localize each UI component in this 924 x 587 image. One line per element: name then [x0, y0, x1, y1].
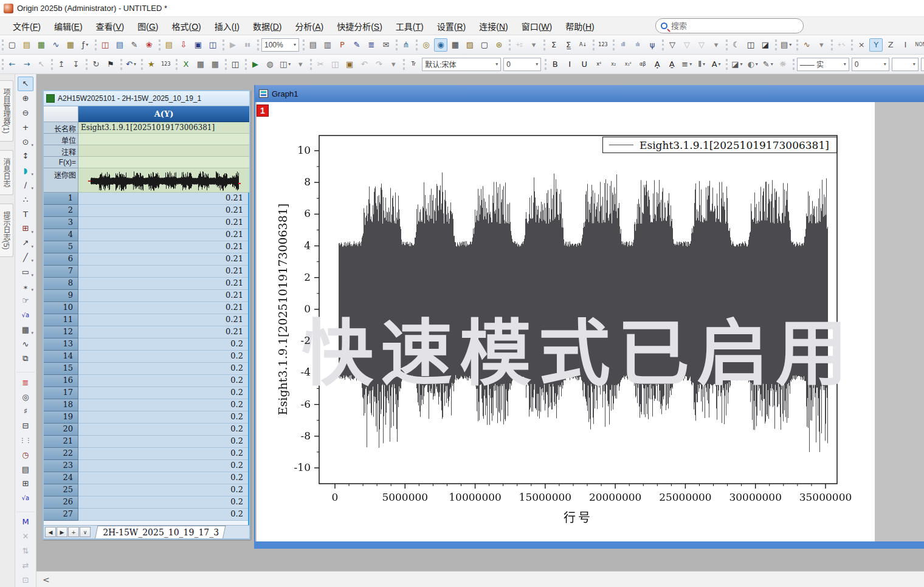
swatch-value-select[interactable]: 0▾ [921, 58, 924, 71]
menu-t[interactable]: 工具(T) [389, 18, 430, 35]
print-preview-button[interactable]: ▥ [321, 38, 334, 52]
legend[interactable]: Esight3.1.9.1[20251019173006381] [602, 137, 837, 153]
font-decrease-button[interactable]: A̱ [665, 58, 678, 71]
none-mode-button[interactable]: NONE [913, 38, 924, 52]
import-wizard-button[interactable]: ⇩ [177, 38, 190, 52]
database-import-button[interactable]: ◍ [263, 58, 277, 71]
back-button[interactable]: ← [5, 58, 19, 71]
plot-column-chart-button[interactable]: ıll [616, 38, 630, 52]
redo-button[interactable]: ↷ [372, 58, 385, 71]
row-number[interactable]: 17 [44, 387, 78, 399]
cursor-tool[interactable]: ∴ [18, 192, 33, 207]
send-powerpoint-button[interactable]: P [336, 38, 349, 52]
pin-window-button[interactable]: ⚑ [104, 58, 117, 71]
menu-o[interactable]: 格式(O) [165, 18, 208, 35]
menu-f[interactable]: 文件(F) [6, 18, 47, 35]
row-number[interactable]: 15 [44, 363, 78, 375]
pan-tool[interactable]: ☞ [18, 294, 33, 308]
run-script-button[interactable]: ▶ [226, 38, 240, 52]
scroll-left-arrow[interactable]: < [43, 575, 50, 585]
graph-titlebar[interactable]: Graph1 [255, 85, 924, 102]
sparkline-cell[interactable] [78, 168, 249, 193]
sheet-list-button[interactable]: ∨ [80, 527, 91, 537]
layout-strips-button[interactable]: ≣ [365, 38, 378, 52]
date-stamp-tool[interactable]: ◷ [18, 447, 33, 462]
worksheet-format-button[interactable]: ▨ [463, 38, 477, 52]
sheet-tab[interactable]: 2H-15W_2025_10_19_17_3 [95, 526, 226, 538]
row-number[interactable]: 4 [44, 229, 78, 241]
zoom-in-tool[interactable]: ⊕ [18, 91, 33, 106]
row-number[interactable]: 22 [44, 448, 78, 460]
insert-sparkline-tool[interactable]: ∿ [18, 337, 33, 351]
append-worksheet-button[interactable]: ▦ [194, 58, 207, 71]
new-folder-after-button[interactable]: ↧ [69, 58, 83, 71]
graph-page[interactable]: 快速模式已启用 05000000100000001500000020000000… [257, 102, 875, 541]
edit-page-button[interactable]: ✎ [350, 38, 364, 52]
dock-tab-0[interactable]: 项目管理器(1) [0, 80, 13, 142]
dock-tab-1[interactable]: 消息日志 [0, 150, 13, 195]
menu-v[interactable]: 查看(V) [89, 18, 131, 35]
equation2-tool[interactable]: √a [18, 491, 33, 506]
worksheet-display-button[interactable]: ▦ [449, 38, 462, 52]
superscript-button[interactable]: x² [592, 58, 605, 71]
filter-disable-button[interactable]: ▽ [680, 38, 694, 52]
overflow-f-button[interactable]: ▾ [387, 58, 400, 71]
header-cell-0[interactable]: Esight3.1.9.1[20251019173006381] [78, 122, 249, 134]
v-align-tool[interactable]: ⇅ [18, 544, 33, 558]
cell-value[interactable]: 0.2 [78, 351, 248, 363]
new-layout-button[interactable]: ◫ [98, 38, 112, 52]
sort-az-button[interactable]: A↓ [576, 38, 590, 52]
new-folder-button[interactable]: ▤ [20, 38, 33, 52]
row-number[interactable]: 21 [44, 436, 78, 448]
row-number[interactable]: 19 [44, 411, 78, 424]
horizontal-scrollbar[interactable]: < [36, 571, 924, 587]
subscript-button[interactable]: x₂ [607, 58, 620, 71]
row-header-1[interactable]: 单位 [44, 134, 78, 145]
duplicate-sheet-button[interactable]: ◫ [278, 58, 292, 71]
row-header-3[interactable]: F(x)= [44, 157, 78, 168]
user-folder-tool[interactable]: ▤ [18, 462, 33, 476]
graph-window[interactable]: Graph1 快速模式已启用 0500000010000000150000002… [254, 85, 924, 549]
script-window-button[interactable]: ▢ [478, 38, 491, 52]
circle-tool[interactable]: ◎ [18, 390, 33, 404]
cut-button[interactable]: ✂ [314, 58, 327, 71]
undo-button[interactable]: ↶ [357, 58, 371, 71]
list-tool[interactable]: ⋮⋮ [18, 433, 33, 448]
sheet-next-button[interactable]: ▶ [57, 527, 67, 537]
copy-format-button[interactable]: ◪ [759, 38, 772, 52]
cell-value[interactable]: 0.2 [78, 460, 248, 472]
menu-s[interactable]: 快捷分析(S) [330, 18, 389, 35]
row-number[interactable]: 24 [44, 472, 78, 484]
row-number[interactable]: 12 [44, 326, 78, 338]
save-project-button[interactable]: ▣ [191, 38, 205, 52]
cell-value[interactable]: 0.21 [78, 266, 248, 278]
axis-z-button[interactable]: Z [884, 38, 897, 52]
line-tool[interactable]: ╱ [18, 250, 33, 265]
table-tool[interactable]: ⊞ [18, 476, 33, 491]
aligner-tool[interactable]: ♯ [18, 404, 33, 419]
plot-histogram-button[interactable]: ılı [631, 38, 644, 52]
align-button[interactable]: ≡ [680, 58, 694, 71]
new-notes-button[interactable]: ▤ [113, 38, 126, 52]
corner-cell[interactable] [44, 106, 78, 122]
zoom-out-tool[interactable]: ⊖ [18, 106, 33, 120]
cell-value[interactable]: 0.21 [78, 193, 248, 205]
row-number[interactable]: 18 [44, 399, 78, 411]
color-scale-tool[interactable]: ≣ [18, 375, 33, 390]
search-input[interactable] [671, 21, 798, 30]
row-header-2[interactable]: 注释 [44, 145, 78, 157]
row-number[interactable]: 11 [44, 314, 78, 326]
font-size-select[interactable]: 0▾ [503, 58, 541, 71]
menu-g[interactable]: 图(G) [131, 18, 165, 35]
cell-value[interactable]: 0.2 [78, 375, 248, 387]
cell-value[interactable]: 0.2 [78, 411, 248, 424]
row-number[interactable]: 2 [44, 205, 78, 217]
print-button[interactable]: ▤ [306, 38, 320, 52]
cell-value[interactable]: 0.2 [78, 472, 248, 484]
sparkline-row-header[interactable]: 迷你图 [44, 168, 78, 193]
margin-tool[interactable]: M [18, 515, 33, 529]
row-number[interactable]: 5 [44, 241, 78, 253]
cell-value[interactable]: 0.2 [78, 484, 248, 496]
row-number[interactable]: 27 [44, 509, 78, 521]
row-number[interactable]: 8 [44, 278, 78, 290]
